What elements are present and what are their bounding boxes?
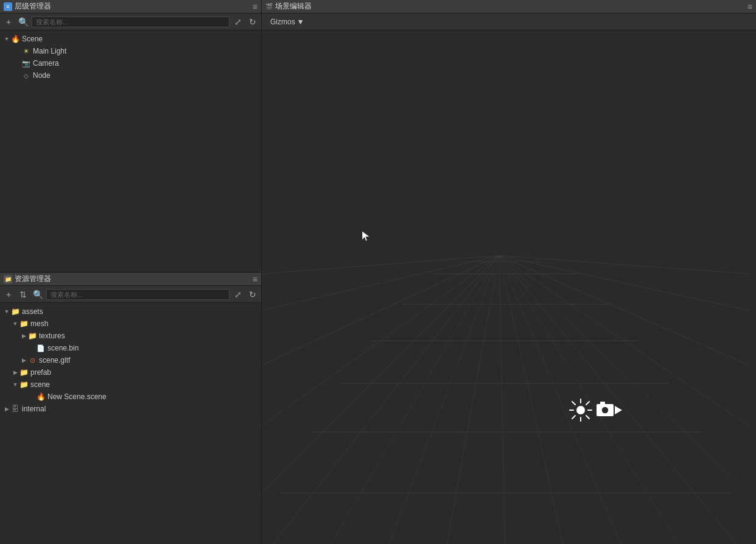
- mesh-label: mesh: [30, 319, 48, 328]
- node-icon: ◇: [22, 71, 30, 80]
- gizmos-arrow-icon: ▼: [297, 18, 304, 26]
- tree-item-scene-folder[interactable]: 📁 scene: [0, 378, 261, 391]
- main-light-icon: ☀: [22, 47, 30, 55]
- assets-title-group: 📁 资源管理器: [4, 274, 51, 284]
- assets-icon: 📁: [4, 275, 12, 284]
- svg-point-40: [603, 408, 607, 412]
- textures-folder-icon: 📁: [28, 332, 37, 340]
- scene-gltf-icon: ⊙: [28, 356, 37, 364]
- mesh-folder-icon: 📁: [19, 319, 28, 328]
- camera-icon: 📷: [22, 59, 30, 68]
- scene-gltf-label: scene.gltf: [39, 356, 70, 364]
- main-light-label: Main Light: [33, 47, 66, 55]
- assets-search-input[interactable]: [46, 289, 229, 300]
- gizmos-button[interactable]: Gizmos ▼: [267, 16, 308, 27]
- assets-folder-icon: 📁: [11, 307, 19, 316]
- hierarchy-add-button[interactable]: +: [2, 16, 15, 28]
- tree-item-scene[interactable]: 🔥 Scene: [0, 33, 261, 45]
- assets-sort-icon[interactable]: ⇅: [17, 288, 29, 301]
- svg-line-35: [586, 416, 589, 419]
- camera-gizmo-icon: [595, 399, 622, 421]
- scene-editor-icon: 🎬: [265, 3, 273, 10]
- scene-editor-toolbar: Gizmos ▼: [262, 13, 756, 30]
- scene-arrow[interactable]: [2, 35, 11, 43]
- mesh-arrow[interactable]: [11, 319, 19, 328]
- tree-item-scene-bin[interactable]: 📄 scene.bin: [0, 342, 261, 354]
- svg-marker-42: [615, 406, 622, 414]
- sun-gizmo-icon: [569, 398, 593, 422]
- textures-arrow[interactable]: [19, 332, 28, 340]
- svg-line-37: [572, 416, 575, 419]
- hierarchy-tree: 🔥 Scene ☀ Main Light 📷 Camera ◇ Node: [0, 30, 261, 272]
- scene-viewport[interactable]: [262, 30, 756, 544]
- scene-gltf-arrow[interactable]: [19, 356, 28, 364]
- tree-item-new-scene[interactable]: 🔥 New Scene.scene: [0, 391, 261, 403]
- hierarchy-search-icon[interactable]: 🔍: [17, 16, 29, 28]
- hierarchy-search-input[interactable]: [32, 16, 229, 27]
- scene-editor-title-group: 🎬 场景编辑器: [265, 1, 312, 12]
- prefab-label: prefab: [30, 368, 51, 377]
- node-label: Node: [33, 71, 51, 80]
- assets-refresh-icon[interactable]: ↻: [247, 288, 259, 301]
- scene-bin-icon: 📄: [37, 344, 45, 352]
- internal-folder-icon: 🗄: [11, 405, 19, 413]
- assets-header: 📁 资源管理器 ≡: [0, 273, 261, 286]
- camera-label: Camera: [33, 59, 59, 68]
- prefab-folder-icon: 📁: [19, 368, 28, 377]
- assets-menu-icon[interactable]: ≡: [253, 274, 257, 284]
- hierarchy-toolbar: + 🔍 ⤢ ↻: [0, 13, 261, 30]
- left-panel: ≡ 层级管理器 ≡ + 🔍 ⤢ ↻ 🔥 Scene ☀ Main Light: [0, 0, 262, 544]
- scene-editor-menu-icon[interactable]: ≡: [747, 2, 752, 12]
- assets-tree: 📁 assets 📁 mesh 📁 textures 📄 scene.bin: [0, 303, 261, 544]
- scene-folder-label: scene: [30, 380, 50, 389]
- assets-toolbar: + ⇅ 🔍 ⤢ ↻: [0, 286, 261, 303]
- internal-arrow[interactable]: [2, 405, 11, 413]
- tree-item-textures[interactable]: 📁 textures: [0, 330, 261, 342]
- scene-icon: 🔥: [11, 35, 19, 43]
- assets-arrow[interactable]: [2, 307, 11, 316]
- hierarchy-expand-icon[interactable]: ⤢: [232, 16, 244, 28]
- internal-label: internal: [22, 405, 46, 413]
- scene-editor: 🎬 场景编辑器 ≡ Gizmos ▼: [262, 0, 756, 544]
- assets-panel: 📁 资源管理器 ≡ + ⇅ 🔍 ⤢ ↻ 📁 assets 📁 me: [0, 273, 261, 544]
- hierarchy-title-group: ≡ 层级管理器: [4, 1, 51, 12]
- svg-rect-41: [600, 402, 605, 405]
- tree-item-camera[interactable]: 📷 Camera: [0, 57, 261, 69]
- assets-search-icon[interactable]: 🔍: [32, 288, 44, 301]
- tree-item-node[interactable]: ◇ Node: [0, 69, 261, 82]
- scene-folder-icon: 📁: [19, 380, 28, 389]
- prefab-arrow[interactable]: [11, 368, 19, 377]
- hierarchy-header: ≡ 层级管理器 ≡: [0, 0, 261, 13]
- assets-title: 资源管理器: [15, 274, 51, 284]
- tree-item-internal[interactable]: 🗄 internal: [0, 403, 261, 415]
- assets-label: assets: [22, 307, 43, 316]
- svg-rect-1: [262, 30, 756, 544]
- assets-add-button[interactable]: +: [2, 288, 15, 301]
- tree-item-prefab[interactable]: 📁 prefab: [0, 366, 261, 378]
- scene-editor-title: 场景编辑器: [275, 1, 312, 12]
- scene-label: Scene: [22, 35, 43, 43]
- scene-bin-label: scene.bin: [47, 344, 79, 352]
- scene-folder-arrow[interactable]: [11, 380, 19, 389]
- hierarchy-menu-icon[interactable]: ≡: [253, 2, 257, 12]
- grid-canvas: [262, 30, 756, 544]
- hierarchy-icon: ≡: [4, 2, 12, 11]
- hierarchy-refresh-icon[interactable]: ↻: [247, 16, 259, 28]
- tree-item-main-light[interactable]: ☀ Main Light: [0, 45, 261, 57]
- hierarchy-title: 层级管理器: [15, 1, 51, 12]
- new-scene-icon: 🔥: [37, 392, 45, 401]
- tree-item-mesh[interactable]: 📁 mesh: [0, 318, 261, 330]
- textures-label: textures: [39, 332, 65, 340]
- svg-line-34: [572, 402, 575, 405]
- assets-expand-icon[interactable]: ⤢: [232, 288, 244, 301]
- tree-item-scene-gltf[interactable]: ⊙ scene.gltf: [0, 354, 261, 366]
- hierarchy-panel: ≡ 层级管理器 ≡ + 🔍 ⤢ ↻ 🔥 Scene ☀ Main Light: [0, 0, 261, 273]
- svg-point-29: [576, 406, 585, 414]
- new-scene-label: New Scene.scene: [47, 392, 107, 401]
- scene-gizmos: [569, 398, 622, 422]
- gizmos-label: Gizmos: [270, 18, 295, 26]
- svg-line-36: [586, 402, 589, 405]
- tree-item-assets[interactable]: 📁 assets: [0, 305, 261, 318]
- scene-editor-header: 🎬 场景编辑器 ≡: [262, 0, 756, 13]
